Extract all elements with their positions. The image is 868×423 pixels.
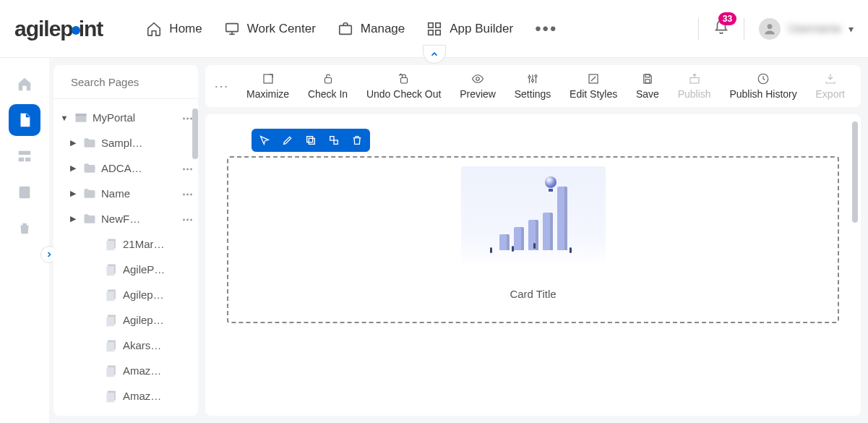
tree-item-more-button[interactable]: ⋯	[178, 213, 198, 226]
tree-scrollbar[interactable]	[192, 108, 198, 159]
tree-page-item[interactable]: Amaz…	[53, 383, 198, 409]
tree-item-label: Agilep…	[123, 314, 198, 326]
card-title: Card Title	[243, 288, 823, 300]
nav-manage-label: Manage	[361, 22, 405, 36]
svg-rect-12	[21, 192, 27, 193]
tree-item-label: AgileP…	[123, 263, 198, 275]
notifications-button[interactable]: 33	[713, 20, 729, 38]
tree-folder-item[interactable]: ▼MyPortal⋯	[53, 105, 198, 130]
nav-home[interactable]: Home	[146, 19, 202, 39]
toolbar-save-button[interactable]: Save	[629, 69, 666, 103]
toolbar-publish-history-label: Publish History	[729, 88, 796, 100]
widget-edit-button[interactable]	[279, 132, 296, 149]
monitor-icon	[224, 21, 240, 37]
avatar-icon	[759, 18, 781, 40]
svg-rect-1	[340, 25, 352, 34]
nav-work-center[interactable]: Work Center	[224, 19, 316, 39]
tree-page-item[interactable]: Agilep…	[53, 282, 198, 307]
grid-icon	[426, 21, 442, 37]
toolbar-settings-label: Settings	[515, 88, 551, 100]
publish-history-icon	[757, 72, 770, 85]
tree-folder-item[interactable]: ▶Name⋯	[53, 181, 198, 206]
widget-toolbar	[252, 129, 370, 152]
canvas[interactable]: Card Title	[205, 114, 861, 416]
tree-item-label: 21Mar…	[123, 238, 198, 250]
toolbar-publish-button: Publish	[671, 69, 718, 103]
search-input[interactable]	[71, 76, 198, 88]
toolbar-export-button: Export	[809, 69, 852, 103]
preview-icon	[471, 72, 484, 85]
caret-icon: ▶	[68, 163, 78, 173]
widget-copy-button[interactable]	[302, 132, 319, 149]
trash-icon	[351, 134, 363, 146]
canvas-scrollbar[interactable]	[852, 121, 858, 223]
sidebar-trash-button[interactable]	[9, 213, 40, 244]
svg-rect-0	[225, 23, 238, 31]
move-icon	[328, 134, 340, 146]
svg-rect-31	[106, 393, 114, 402]
tree-item-label: ADCA…	[101, 162, 178, 174]
svg-point-41	[535, 75, 537, 77]
svg-rect-43	[645, 74, 650, 77]
nav-more-button[interactable]: •••	[535, 19, 557, 39]
brand-text-b: int	[79, 17, 103, 40]
user-menu[interactable]: Username ▾	[759, 18, 854, 40]
nav-home-label: Home	[169, 22, 202, 36]
toolbar-preview-button[interactable]: Preview	[452, 69, 503, 103]
tree-item-label: Name	[101, 187, 178, 200]
toolbar-publish-label: Publish	[678, 88, 711, 100]
toolbar-preview-label: Preview	[460, 88, 496, 100]
tree-page-item[interactable]: Amaz…	[53, 358, 198, 383]
svg-point-35	[476, 77, 480, 81]
nav-manage[interactable]: Manage	[338, 19, 405, 39]
folder-icon	[82, 136, 97, 150]
toolbar-edit-styles-button[interactable]: Edit Styles	[562, 69, 624, 103]
page-icon	[104, 288, 119, 302]
tree-page-item[interactable]: Akars…	[53, 333, 198, 358]
edit-styles-icon	[587, 72, 600, 85]
svg-rect-21	[106, 266, 114, 275]
tree-page-item[interactable]: 21Mar…	[53, 231, 198, 257]
tree-page-item[interactable]: AgileP…	[53, 257, 198, 282]
nav-app-builder[interactable]: App Builder	[426, 19, 513, 39]
undo-check-out-icon	[398, 72, 411, 85]
sidebar-home-button[interactable]	[9, 68, 40, 100]
divider	[744, 18, 744, 40]
card-widget[interactable]: Card Title	[227, 156, 839, 323]
toolbar-more-button[interactable]: ⋯	[214, 77, 229, 95]
briefcase-icon	[338, 21, 353, 37]
cursor-icon	[259, 134, 270, 146]
caret-icon: ▶	[68, 189, 78, 198]
svg-rect-17	[76, 114, 87, 116]
widget-delete-button[interactable]	[348, 132, 366, 149]
root-icon	[74, 111, 88, 125]
toolbar-settings-button[interactable]: Settings	[507, 69, 559, 103]
tree-folder-item[interactable]: ▶Sampl…	[53, 130, 198, 155]
sidebar-list-button[interactable]	[9, 176, 40, 208]
brand-text-a: agilep	[14, 17, 73, 40]
card-illustration	[461, 166, 606, 268]
widget-move-button[interactable]	[325, 132, 343, 149]
check-in-icon	[322, 72, 335, 85]
canvas-area: ⋯ MaximizeCheck InUndo Check OutPreviewS…	[205, 65, 861, 416]
sidebar-pages-button[interactable]	[9, 104, 40, 136]
widget-select-button[interactable]	[256, 132, 273, 149]
tree-folder-item[interactable]: ▶NewF…⋯	[53, 206, 198, 231]
tree-item-label: NewF…	[101, 213, 178, 225]
caret-icon: ▼	[59, 114, 69, 122]
sidebar-layout-button[interactable]	[9, 140, 40, 172]
tree-item-more-button[interactable]: ⋯	[178, 187, 198, 200]
tree-folder-item[interactable]: ▶ADCA…⋯	[53, 155, 198, 181]
toolbar-check-in-button[interactable]: Check In	[301, 69, 355, 103]
tree-page-item[interactable]: Agilep…	[53, 307, 198, 333]
toolbar-undo-check-out-button[interactable]: Undo Check Out	[359, 69, 449, 103]
toolbar-maximize-button[interactable]: Maximize	[239, 69, 296, 103]
maximize-icon	[262, 72, 275, 85]
toolbar-edit-styles-label: Edit Styles	[570, 88, 617, 100]
tree-item-label: Amaz…	[123, 390, 198, 402]
toolbar-publish-history-button[interactable]: Publish History	[722, 69, 804, 103]
tree-item-more-button[interactable]: ⋯	[178, 162, 198, 175]
pencil-icon	[282, 134, 293, 146]
page-icon	[104, 262, 119, 277]
toolbar-save-label: Save	[636, 88, 659, 100]
